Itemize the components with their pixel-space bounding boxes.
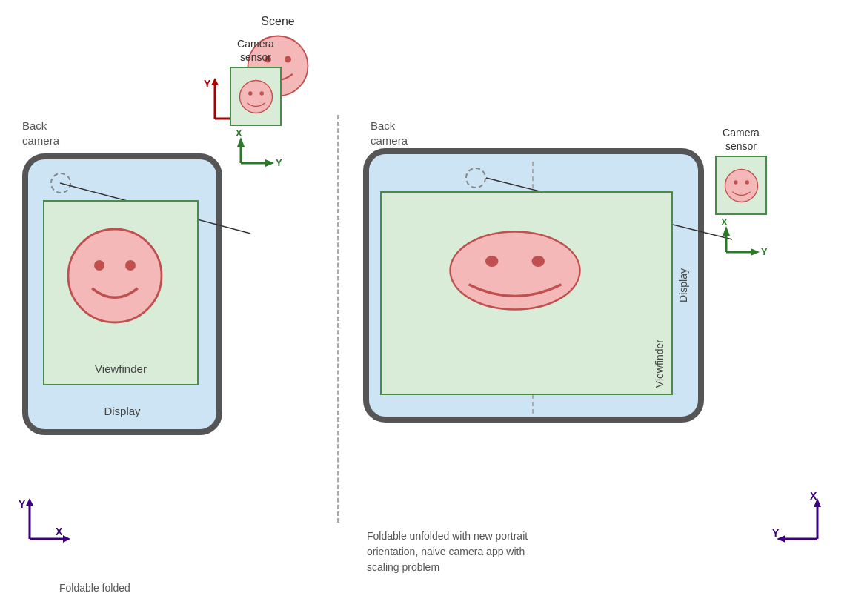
camera-sensor-label-left: Camerasensor bbox=[230, 37, 282, 64]
svg-point-30 bbox=[485, 256, 499, 267]
svg-point-32 bbox=[725, 169, 757, 202]
svg-text:Y: Y bbox=[761, 246, 767, 257]
svg-marker-23 bbox=[26, 498, 33, 506]
viewfinder-label-right: Viewfinder bbox=[654, 340, 665, 388]
viewfinder-smiley-left bbox=[63, 224, 167, 328]
svg-point-12 bbox=[125, 260, 136, 271]
viewfinder-smiley-right bbox=[441, 222, 589, 319]
svg-text:Y: Y bbox=[19, 498, 26, 510]
svg-text:X: X bbox=[721, 216, 728, 228]
camera-sensor-label-right: Camerasensor bbox=[715, 126, 767, 153]
left-device-container: Backcamera Viewfinder Display bbox=[22, 119, 222, 435]
svg-text:X: X bbox=[810, 491, 817, 502]
svg-point-10 bbox=[68, 229, 162, 322]
viewfinder-right: Viewfinder bbox=[380, 191, 673, 395]
viewfinder-label-left: Viewfinder bbox=[95, 362, 147, 375]
svg-point-14 bbox=[248, 91, 253, 96]
axes-bottom-left: X Y bbox=[15, 494, 74, 557]
back-camera-label-left: Backcamera bbox=[22, 119, 222, 148]
sensor-smiley-right bbox=[721, 165, 762, 206]
axes-bottom-right: X Y bbox=[769, 491, 836, 560]
svg-marker-38 bbox=[751, 248, 760, 256]
svg-marker-19 bbox=[265, 159, 274, 167]
device-left: Viewfinder Display bbox=[22, 153, 222, 435]
camera-sensor-left: Camerasensor Y X bbox=[230, 37, 282, 173]
sensor-box-right bbox=[715, 156, 767, 215]
display-label-left: Display bbox=[104, 405, 140, 417]
svg-text:X: X bbox=[56, 526, 63, 537]
svg-text:Y: Y bbox=[772, 527, 780, 539]
dotted-divider bbox=[337, 115, 339, 523]
svg-point-13 bbox=[239, 80, 272, 113]
svg-text:Y: Y bbox=[276, 157, 282, 168]
svg-point-29 bbox=[451, 232, 580, 310]
device-right: Viewfinder Display bbox=[363, 148, 704, 423]
camera-sensor-right: Camerasensor Y X bbox=[715, 126, 767, 262]
svg-point-11 bbox=[94, 260, 104, 271]
bottom-left-axes-svg: X Y bbox=[15, 494, 74, 554]
scene-label: Scene bbox=[261, 15, 294, 28]
svg-point-2 bbox=[285, 56, 291, 63]
display-label-right: Display bbox=[677, 268, 689, 302]
svg-text:X: X bbox=[236, 127, 242, 139]
sensor-axes-left: Y X bbox=[230, 126, 282, 170]
bottom-right-axes-svg: X Y bbox=[769, 491, 836, 557]
sensor-box-left bbox=[230, 67, 282, 126]
svg-marker-4 bbox=[211, 78, 219, 85]
sensor-axes-right: Y X bbox=[715, 215, 767, 259]
svg-point-34 bbox=[745, 180, 749, 185]
viewfinder-left: Viewfinder bbox=[43, 200, 199, 385]
sensor-smiley-left bbox=[236, 76, 276, 117]
svg-text:Y: Y bbox=[204, 78, 211, 90]
foldable-unfolded-label: Foldable unfolded with new portraitorien… bbox=[367, 529, 528, 575]
svg-point-31 bbox=[532, 256, 545, 267]
right-device-container: Backcamera Viewfinder Display bbox=[363, 119, 704, 423]
svg-marker-25 bbox=[63, 535, 70, 543]
foldable-folded-label: Foldable folded bbox=[59, 582, 130, 594]
svg-point-33 bbox=[734, 180, 738, 185]
back-camera-label-right: Backcamera bbox=[371, 119, 408, 148]
svg-point-15 bbox=[259, 91, 264, 96]
